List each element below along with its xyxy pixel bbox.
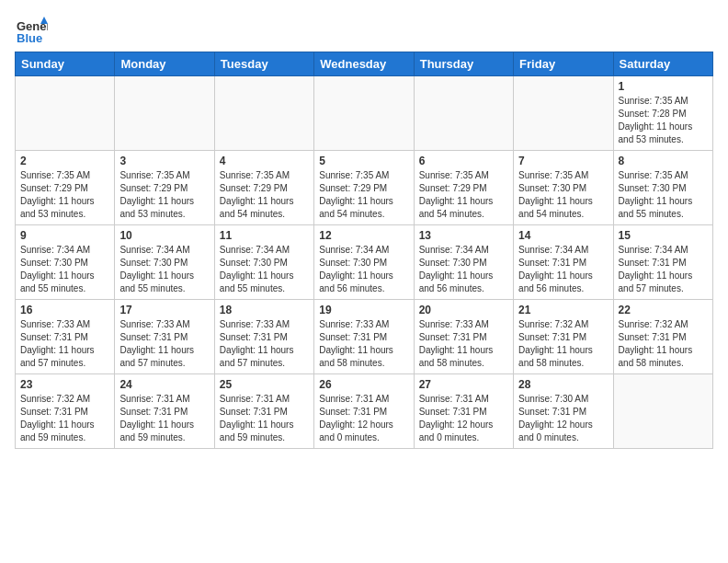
day-info: Sunrise: 7:31 AM Sunset: 7:31 PM Dayligh… bbox=[220, 393, 309, 444]
day-info: Sunrise: 7:35 AM Sunset: 7:29 PM Dayligh… bbox=[119, 169, 209, 221]
day-number: 4 bbox=[220, 155, 309, 167]
calendar-cell: 8Sunrise: 7:35 AM Sunset: 7:30 PM Daylig… bbox=[613, 151, 712, 225]
calendar-cell: 16Sunrise: 7:33 AM Sunset: 7:31 PM Dayli… bbox=[16, 300, 115, 374]
day-number: 14 bbox=[518, 229, 608, 242]
day-number: 28 bbox=[518, 378, 608, 391]
calendar-cell: 20Sunrise: 7:33 AM Sunset: 7:31 PM Dayli… bbox=[414, 300, 513, 374]
day-number: 27 bbox=[419, 378, 508, 391]
calendar-cell: 11Sunrise: 7:34 AM Sunset: 7:30 PM Dayli… bbox=[214, 225, 313, 300]
calendar-cell bbox=[314, 76, 414, 151]
calendar-cell: 21Sunrise: 7:32 AM Sunset: 7:31 PM Dayli… bbox=[514, 300, 613, 374]
day-number: 10 bbox=[119, 229, 209, 242]
calendar-cell bbox=[16, 76, 115, 151]
day-info: Sunrise: 7:35 AM Sunset: 7:29 PM Dayligh… bbox=[20, 169, 109, 221]
weekday-header: Sunday bbox=[16, 52, 115, 76]
calendar-cell: 17Sunrise: 7:33 AM Sunset: 7:31 PM Dayli… bbox=[115, 300, 214, 374]
calendar-cell bbox=[414, 76, 513, 151]
day-info: Sunrise: 7:35 AM Sunset: 7:29 PM Dayligh… bbox=[419, 169, 508, 221]
day-info: Sunrise: 7:34 AM Sunset: 7:30 PM Dayligh… bbox=[319, 244, 408, 295]
day-info: Sunrise: 7:34 AM Sunset: 7:30 PM Dayligh… bbox=[419, 244, 508, 295]
calendar-cell: 6Sunrise: 7:35 AM Sunset: 7:29 PM Daylig… bbox=[414, 151, 513, 225]
day-info: Sunrise: 7:33 AM Sunset: 7:31 PM Dayligh… bbox=[20, 318, 109, 370]
calendar-cell: 2Sunrise: 7:35 AM Sunset: 7:29 PM Daylig… bbox=[16, 151, 115, 225]
calendar-cell: 25Sunrise: 7:31 AM Sunset: 7:31 PM Dayli… bbox=[214, 374, 313, 449]
calendar-cell: 14Sunrise: 7:34 AM Sunset: 7:31 PM Dayli… bbox=[514, 225, 613, 300]
day-info: Sunrise: 7:33 AM Sunset: 7:31 PM Dayligh… bbox=[119, 318, 209, 370]
day-info: Sunrise: 7:33 AM Sunset: 7:31 PM Dayligh… bbox=[319, 318, 408, 370]
calendar-week-row: 1Sunrise: 7:35 AM Sunset: 7:28 PM Daylig… bbox=[16, 76, 713, 151]
calendar-cell: 12Sunrise: 7:34 AM Sunset: 7:30 PM Dayli… bbox=[314, 225, 414, 300]
day-number: 13 bbox=[419, 229, 508, 242]
day-number: 2 bbox=[20, 155, 109, 167]
calendar-cell bbox=[115, 76, 214, 151]
calendar-cell: 27Sunrise: 7:31 AM Sunset: 7:31 PM Dayli… bbox=[414, 374, 513, 449]
calendar-week-row: 9Sunrise: 7:34 AM Sunset: 7:30 PM Daylig… bbox=[16, 225, 713, 300]
day-number: 6 bbox=[419, 155, 508, 167]
day-number: 17 bbox=[119, 304, 209, 316]
day-number: 5 bbox=[319, 155, 408, 167]
logo-icon: General Blue bbox=[15, 15, 48, 48]
calendar-cell: 13Sunrise: 7:34 AM Sunset: 7:30 PM Dayli… bbox=[414, 225, 513, 300]
day-number: 23 bbox=[20, 378, 109, 391]
weekday-header-row: SundayMondayTuesdayWednesdayThursdayFrid… bbox=[16, 52, 713, 76]
day-number: 19 bbox=[319, 304, 408, 316]
logo: General Blue bbox=[15, 15, 48, 48]
calendar-cell: 9Sunrise: 7:34 AM Sunset: 7:30 PM Daylig… bbox=[16, 225, 115, 300]
day-info: Sunrise: 7:35 AM Sunset: 7:29 PM Dayligh… bbox=[319, 169, 408, 221]
day-info: Sunrise: 7:31 AM Sunset: 7:31 PM Dayligh… bbox=[119, 393, 209, 444]
weekday-header: Thursday bbox=[414, 52, 513, 76]
day-number: 21 bbox=[518, 304, 608, 316]
day-info: Sunrise: 7:35 AM Sunset: 7:29 PM Dayligh… bbox=[220, 169, 309, 221]
weekday-header: Friday bbox=[514, 52, 613, 76]
day-number: 12 bbox=[319, 229, 408, 242]
day-number: 20 bbox=[419, 304, 508, 316]
calendar-week-row: 2Sunrise: 7:35 AM Sunset: 7:29 PM Daylig… bbox=[16, 151, 713, 225]
calendar-cell: 19Sunrise: 7:33 AM Sunset: 7:31 PM Dayli… bbox=[314, 300, 414, 374]
day-number: 11 bbox=[220, 229, 309, 242]
calendar-cell: 10Sunrise: 7:34 AM Sunset: 7:30 PM Dayli… bbox=[115, 225, 214, 300]
day-number: 3 bbox=[119, 155, 209, 167]
calendar-cell: 5Sunrise: 7:35 AM Sunset: 7:29 PM Daylig… bbox=[314, 151, 414, 225]
calendar-cell: 23Sunrise: 7:32 AM Sunset: 7:31 PM Dayli… bbox=[16, 374, 115, 449]
day-number: 22 bbox=[619, 304, 708, 316]
calendar-cell: 1Sunrise: 7:35 AM Sunset: 7:28 PM Daylig… bbox=[613, 76, 712, 151]
calendar-table: SundayMondayTuesdayWednesdayThursdayFrid… bbox=[15, 52, 713, 449]
day-info: Sunrise: 7:34 AM Sunset: 7:31 PM Dayligh… bbox=[619, 244, 708, 295]
weekday-header: Monday bbox=[115, 52, 214, 76]
day-info: Sunrise: 7:35 AM Sunset: 7:30 PM Dayligh… bbox=[518, 169, 608, 221]
day-number: 24 bbox=[119, 378, 209, 391]
weekday-header: Tuesday bbox=[214, 52, 313, 76]
day-number: 26 bbox=[319, 378, 408, 391]
day-info: Sunrise: 7:34 AM Sunset: 7:30 PM Dayligh… bbox=[20, 244, 109, 295]
day-info: Sunrise: 7:31 AM Sunset: 7:31 PM Dayligh… bbox=[419, 393, 508, 444]
calendar-cell bbox=[613, 374, 712, 449]
day-info: Sunrise: 7:33 AM Sunset: 7:31 PM Dayligh… bbox=[220, 318, 309, 370]
calendar-cell: 22Sunrise: 7:32 AM Sunset: 7:31 PM Dayli… bbox=[613, 300, 712, 374]
calendar-cell: 7Sunrise: 7:35 AM Sunset: 7:30 PM Daylig… bbox=[514, 151, 613, 225]
calendar-cell bbox=[214, 76, 313, 151]
day-info: Sunrise: 7:34 AM Sunset: 7:30 PM Dayligh… bbox=[220, 244, 309, 295]
day-info: Sunrise: 7:35 AM Sunset: 7:30 PM Dayligh… bbox=[619, 169, 708, 221]
day-info: Sunrise: 7:32 AM Sunset: 7:31 PM Dayligh… bbox=[518, 318, 608, 370]
page-header: General Blue bbox=[15, 15, 713, 48]
day-info: Sunrise: 7:31 AM Sunset: 7:31 PM Dayligh… bbox=[319, 393, 408, 444]
day-number: 16 bbox=[20, 304, 109, 316]
calendar-cell: 28Sunrise: 7:30 AM Sunset: 7:31 PM Dayli… bbox=[514, 374, 613, 449]
day-number: 15 bbox=[619, 229, 708, 242]
weekday-header: Wednesday bbox=[314, 52, 414, 76]
calendar-cell: 4Sunrise: 7:35 AM Sunset: 7:29 PM Daylig… bbox=[214, 151, 313, 225]
day-number: 8 bbox=[619, 155, 708, 167]
svg-text:Blue: Blue bbox=[17, 31, 42, 45]
day-info: Sunrise: 7:30 AM Sunset: 7:31 PM Dayligh… bbox=[518, 393, 608, 444]
day-info: Sunrise: 7:35 AM Sunset: 7:28 PM Dayligh… bbox=[619, 95, 708, 146]
calendar-cell: 26Sunrise: 7:31 AM Sunset: 7:31 PM Dayli… bbox=[314, 374, 414, 449]
calendar-cell bbox=[514, 76, 613, 151]
calendar-week-row: 16Sunrise: 7:33 AM Sunset: 7:31 PM Dayli… bbox=[16, 300, 713, 374]
day-number: 25 bbox=[220, 378, 309, 391]
weekday-header: Saturday bbox=[613, 52, 712, 76]
day-info: Sunrise: 7:33 AM Sunset: 7:31 PM Dayligh… bbox=[419, 318, 508, 370]
calendar-cell: 3Sunrise: 7:35 AM Sunset: 7:29 PM Daylig… bbox=[115, 151, 214, 225]
day-info: Sunrise: 7:32 AM Sunset: 7:31 PM Dayligh… bbox=[20, 393, 109, 444]
calendar-cell: 18Sunrise: 7:33 AM Sunset: 7:31 PM Dayli… bbox=[214, 300, 313, 374]
day-number: 9 bbox=[20, 229, 109, 242]
